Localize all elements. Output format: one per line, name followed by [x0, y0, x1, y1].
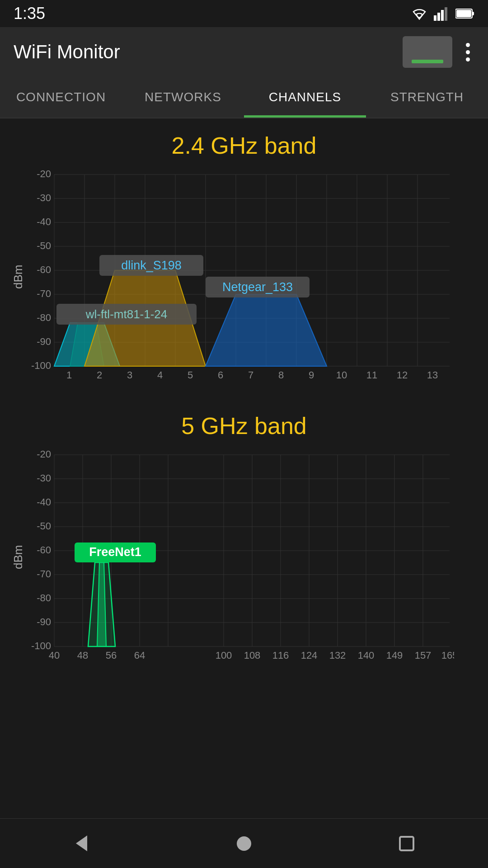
svg-text:5: 5 [188, 369, 193, 381]
status-time: 1:35 [14, 4, 45, 23]
tab-connection[interactable]: CONNECTION [0, 77, 122, 118]
dlink-label-text: dlink_S198 [121, 259, 182, 272]
band-5-title: 5 GHz band [9, 412, 479, 439]
tab-networks[interactable]: NETWORKS [122, 77, 244, 118]
svg-text:-80: -80 [37, 312, 51, 323]
svg-text:157: 157 [415, 650, 432, 661]
svg-text:-30: -30 [37, 472, 51, 484]
band-5-chart-area: -20 -30 -40 -50 -60 -70 -80 -90 -100 [29, 448, 479, 665]
svg-text:64: 64 [134, 650, 145, 661]
svg-text:48: 48 [77, 650, 88, 661]
svg-text:100: 100 [216, 650, 232, 661]
band-5-section: 5 GHz band dBm -20 -30 -40 -50 -60 -70 -… [0, 399, 488, 679]
band-24-title: 2.4 GHz band [9, 132, 479, 159]
svg-text:4: 4 [157, 369, 163, 381]
svg-text:-40: -40 [37, 496, 51, 508]
home-icon [235, 835, 253, 853]
svg-text:-20: -20 [37, 168, 51, 179]
band-5-y-axis: dBm [9, 448, 27, 665]
tab-channels[interactable]: CHANNELS [244, 77, 366, 118]
content-wrap: 2.4 GHz band dBm -20 -30 -40 -50 [0, 118, 488, 733]
nav-back-button[interactable] [63, 826, 99, 862]
nav-home-button[interactable] [226, 826, 262, 862]
back-icon [71, 833, 92, 854]
freenet-label-text: FreeNet1 [89, 545, 141, 559]
svg-text:108: 108 [244, 650, 261, 661]
svg-text:-50: -50 [37, 520, 51, 532]
svg-text:124: 124 [301, 650, 318, 661]
svg-text:-50: -50 [37, 240, 51, 251]
svg-text:-70: -70 [37, 288, 51, 299]
status-bar: 1:35 [0, 0, 488, 27]
svg-text:-30: -30 [37, 192, 51, 203]
dot2 [466, 50, 470, 54]
svg-rect-0 [434, 15, 436, 21]
dot3 [466, 57, 470, 61]
netgear-label-text: Netgear_133 [222, 280, 293, 294]
svg-text:13: 13 [427, 369, 438, 381]
band-24-chart-area: -20 -30 -40 -50 -60 -70 -80 -90 -100 [29, 168, 479, 385]
svg-text:11: 11 [366, 369, 377, 381]
status-icons [410, 6, 474, 21]
svg-text:6: 6 [218, 369, 223, 381]
svg-rect-2 [441, 10, 444, 21]
battery-icon [455, 8, 474, 19]
svg-text:-60: -60 [37, 544, 51, 556]
band-24-chart-svg: -20 -30 -40 -50 -60 -70 -80 -90 -100 [29, 168, 454, 385]
svg-text:-20: -20 [37, 448, 51, 460]
svg-rect-3 [445, 7, 447, 21]
svg-point-96 [237, 836, 251, 851]
svg-text:140: 140 [358, 650, 375, 661]
svg-rect-1 [437, 13, 440, 21]
svg-rect-97 [400, 837, 413, 850]
svg-text:2: 2 [97, 369, 102, 381]
svg-text:3: 3 [127, 369, 132, 381]
svg-text:8: 8 [278, 369, 284, 381]
band-24-y-axis: dBm [9, 168, 27, 385]
app-bar: WiFi Monitor [0, 27, 488, 77]
svg-text:-90: -90 [37, 336, 51, 347]
svg-text:-70: -70 [37, 568, 51, 580]
nav-recents-button[interactable] [389, 826, 425, 862]
recents-icon [398, 835, 415, 852]
svg-text:40: 40 [49, 650, 60, 661]
wifi-icon [410, 6, 428, 21]
svg-text:116: 116 [272, 650, 289, 661]
band-5-chart-svg: -20 -30 -40 -50 -60 -70 -80 -90 -100 [29, 448, 454, 665]
tab-strength[interactable]: STRENGTH [366, 77, 488, 118]
svg-text:-90: -90 [37, 616, 51, 627]
svg-text:56: 56 [106, 650, 117, 661]
band-24-section: 2.4 GHz band dBm -20 -30 -40 -50 [0, 118, 488, 399]
nav-bar [0, 818, 488, 868]
svg-text:-80: -80 [37, 592, 51, 604]
signal-icon [434, 6, 450, 21]
svg-text:149: 149 [386, 650, 403, 661]
toolbar-view-button[interactable] [403, 36, 452, 68]
band-24-chart-container: dBm -20 -30 -40 -50 -60 [9, 168, 479, 385]
svg-text:-100: -100 [31, 360, 51, 371]
more-options-button[interactable] [461, 38, 474, 66]
tab-bar: CONNECTION NETWORKS CHANNELS STRENGTH [0, 77, 488, 118]
svg-rect-6 [456, 10, 471, 17]
svg-text:-100: -100 [31, 640, 51, 651]
svg-text:10: 10 [336, 369, 347, 381]
toolbar-bar-indicator [412, 60, 443, 63]
svg-text:12: 12 [397, 369, 408, 381]
dot1 [466, 43, 470, 47]
svg-text:165: 165 [441, 650, 454, 661]
svg-rect-5 [472, 12, 474, 15]
band-5-chart-container: dBm -20 -30 -40 -50 -60 -70 -80 -90 [9, 448, 479, 665]
svg-text:-60: -60 [37, 264, 51, 275]
svg-text:132: 132 [329, 650, 346, 661]
svg-text:9: 9 [309, 369, 314, 381]
svg-text:-40: -40 [37, 216, 51, 227]
network-netgear-bar [206, 294, 327, 366]
app-bar-actions [403, 36, 474, 68]
svg-text:7: 7 [248, 369, 253, 381]
svg-text:1: 1 [66, 369, 72, 381]
app-title: WiFi Monitor [14, 41, 120, 63]
wlftl-label-text2: wl-ftl-mt81-1-24 [85, 307, 168, 321]
svg-marker-95 [76, 835, 87, 851]
